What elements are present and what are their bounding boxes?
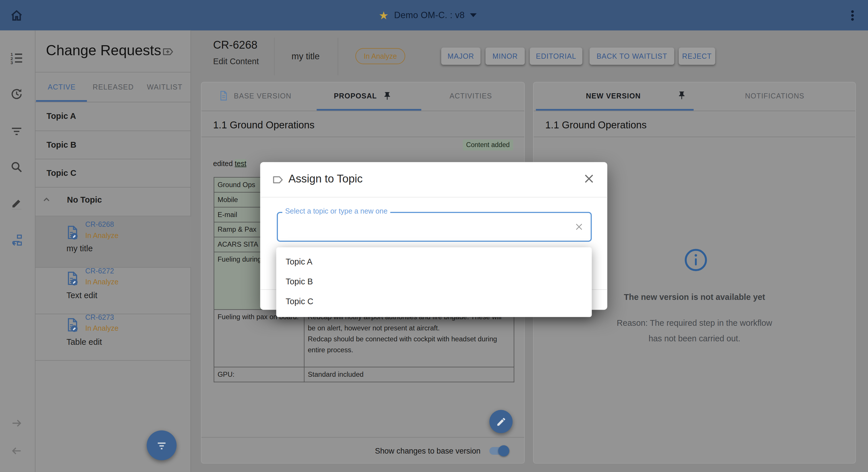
close-icon [582, 172, 595, 186]
list-filter-fab[interactable] [147, 430, 177, 460]
rail-filter-button[interactable] [5, 120, 28, 142]
manual-version-selector[interactable]: ★ Demo OM-C. : v8 [379, 0, 477, 31]
home-button[interactable] [5, 4, 28, 27]
section-heading: 1.1 Ground Operations [213, 120, 314, 131]
minor-button[interactable]: MINOR [486, 47, 525, 65]
kebab-icon [847, 9, 858, 22]
topic-search-input[interactable] [283, 218, 562, 229]
rail-numbered-list-button[interactable]: 123 [5, 46, 28, 68]
inserted-text: test [235, 160, 246, 168]
tab-base-version[interactable]: BASE VERSION [201, 82, 309, 109]
filter-icon [10, 124, 23, 137]
rail-back-button[interactable] [5, 440, 28, 462]
toggle-label: Show changes to base version [310, 446, 480, 455]
arrow-right-icon [11, 417, 23, 429]
tab-new-version[interactable]: NEW VERSION [533, 82, 693, 109]
no-topic-group-row[interactable]: No Topic [35, 188, 191, 216]
chevron-down-icon [470, 13, 477, 17]
cr-status: In Analyze [85, 231, 118, 239]
cr-header-mode: Edit Content [213, 57, 259, 66]
show-changes-toggle[interactable] [489, 447, 508, 455]
cr-title: Text edit [66, 291, 97, 300]
edited-text: edited test [213, 160, 246, 168]
topic-row-c[interactable]: Topic C [35, 160, 191, 187]
topic-option-c[interactable]: Topic C [276, 292, 592, 311]
arrow-left-icon [11, 445, 23, 457]
pin-icon [382, 91, 392, 100]
cr-title: Table edit [66, 337, 102, 346]
empty-state-reason-line2: has not been carried out. [533, 334, 856, 343]
document-icon [218, 90, 229, 101]
history-icon [10, 88, 23, 101]
numbered-list-icon: 123 [10, 51, 23, 64]
topic-field-label: Select a topic or type a new one [282, 207, 390, 215]
cr-id: CR-6268 [85, 220, 114, 229]
panel-title: Change Requests [46, 42, 161, 59]
rail-forward-button[interactable] [5, 412, 28, 434]
tab-waitlist[interactable]: WAITLIST [139, 72, 190, 101]
manual-title: Demo OM-C. : v8 [394, 10, 465, 21]
reject-button[interactable]: REJECT [679, 47, 715, 65]
document-edit-icon [66, 271, 79, 286]
new-change-request-button[interactable] [161, 45, 174, 61]
topic-row-b[interactable]: Topic B [35, 131, 191, 159]
rail-search-button[interactable] [5, 156, 28, 178]
clear-field-button[interactable] [574, 221, 586, 233]
rail-edit-button[interactable] [5, 193, 28, 215]
cr-list-item-6273[interactable]: CR-6273 In Analyze Table edit [35, 314, 191, 360]
tab-notifications[interactable]: NOTIFICATIONS [694, 82, 856, 109]
cr-status: In Analyze [85, 324, 118, 332]
tab-active[interactable]: ACTIVE [36, 72, 88, 101]
rail-workflow-button[interactable] [5, 229, 28, 251]
cr-status: In Analyze [85, 278, 118, 286]
cr-list-item-6268[interactable]: CR-6268 In Analyze my title [35, 216, 191, 267]
topic-row-a[interactable]: Topic A [35, 102, 191, 131]
dialog-close-button[interactable] [582, 172, 595, 186]
document-edit-icon [66, 317, 79, 333]
search-icon [10, 160, 23, 173]
editorial-button[interactable]: EDITORIAL [530, 47, 583, 65]
topic-option-a[interactable]: Topic A [276, 252, 592, 272]
tag-icon [272, 174, 284, 186]
table-row: Fueling with pax on board:Redcap will no… [214, 309, 514, 367]
status-badge: In Analyze [355, 48, 405, 64]
table-row: GPU:Standard included [214, 367, 514, 382]
edit-icon [10, 197, 23, 210]
tab-activities[interactable]: ACTIVITIES [417, 82, 525, 109]
cr-list-item-6272[interactable]: CR-6272 In Analyze Text edit [35, 268, 191, 314]
app-window: ★ Demo OM-C. : v8 123 Change Requests AC… [0, 0, 868, 472]
cr-id: CR-6273 [85, 313, 114, 322]
clear-icon [574, 221, 584, 232]
edit-content-fab[interactable] [489, 410, 513, 433]
cr-title: my title [66, 243, 93, 253]
document-edit-icon [66, 225, 79, 241]
cr-header-title: my title [283, 52, 328, 62]
change-chip: Content added [463, 139, 513, 150]
workflow-icon [10, 233, 23, 247]
overflow-menu-button[interactable] [841, 4, 864, 27]
tab-proposal[interactable]: PROPOSAL [309, 82, 417, 109]
section-heading: 1.1 Ground Operations [545, 120, 647, 131]
cr-id: CR-6272 [85, 267, 114, 275]
dialog-title: Assign to Topic [288, 173, 363, 186]
rail-history-button[interactable] [5, 83, 28, 105]
pin-icon [677, 91, 687, 100]
tab-released[interactable]: RELEASED [88, 72, 139, 101]
favorite-star-icon: ★ [379, 10, 389, 21]
home-icon [9, 8, 24, 23]
pencil-icon [496, 416, 506, 427]
cr-header-id: CR-6268 [213, 39, 257, 52]
toggle-thumb [498, 445, 509, 456]
major-button[interactable]: MAJOR [441, 47, 480, 65]
back-to-waitlist-button[interactable]: BACK TO WAITLIST [590, 47, 674, 65]
chevron-up-icon [42, 195, 51, 204]
add-tag-icon [161, 45, 174, 58]
top-app-bar: ★ Demo OM-C. : v8 [0, 0, 868, 31]
empty-state-reason-line1: Reason: The required step in the workflo… [533, 318, 856, 328]
filter-icon [155, 439, 168, 452]
topic-option-b[interactable]: Topic B [276, 272, 592, 292]
svg-text:3: 3 [11, 60, 13, 64]
topic-options-listbox: Topic A Topic B Topic C [276, 247, 592, 317]
info-icon [684, 248, 708, 272]
